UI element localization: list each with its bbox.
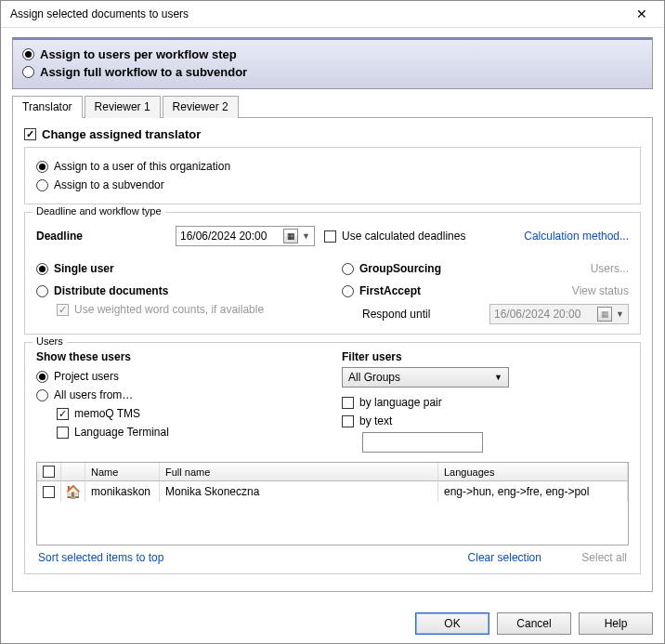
memoq-tms-label: memoQ TMS (74, 407, 140, 420)
tab-reviewer2[interactable]: Reviewer 2 (163, 96, 239, 118)
mode-full-subvendor-option[interactable]: Assign full workflow to a subvendor (22, 63, 643, 81)
group-sourcing-option[interactable]: GroupSourcing (342, 259, 441, 278)
deadline-value: 16/06/2024 20:00 (180, 230, 280, 243)
calculation-method-link[interactable]: Calculation method... (524, 230, 629, 243)
header-name[interactable]: Name (85, 463, 160, 480)
all-users-from-label: All users from… (54, 388, 133, 401)
users-filter-grid: Show these users Project users All users… (36, 350, 629, 453)
by-text-label: by text (359, 414, 392, 427)
sort-to-top-link[interactable]: Sort selected items to top (38, 551, 163, 564)
dialog-footer: OK Cancel Help (1, 603, 664, 644)
by-language-label: by language pair (359, 396, 442, 409)
change-translator-toggle[interactable]: Change assigned translator (24, 127, 641, 141)
radio-icon (36, 263, 48, 275)
single-user-label: Single user (54, 262, 114, 275)
distribute-documents-label: Distribute documents (54, 284, 168, 297)
project-users-option[interactable]: Project users (36, 367, 323, 386)
tab-reviewer1-label: Reviewer 1 (95, 100, 150, 113)
assign-subvendor-label: Assign to a subvendor (54, 178, 164, 191)
deadline-input[interactable]: 16/06/2024 20:00 ▦ ▼ (176, 226, 315, 246)
tab-reviewer2-label: Reviewer 2 (173, 100, 228, 113)
project-users-label: Project users (54, 370, 119, 383)
by-text-toggle[interactable]: by text (342, 412, 629, 430)
checkbox-icon (57, 408, 69, 420)
first-accept-option[interactable]: FirstAccept (342, 282, 421, 300)
checkbox-icon (342, 415, 354, 427)
window-title: Assign selected documents to users (10, 7, 623, 20)
chevron-down-icon: ▼ (302, 231, 310, 241)
users-link[interactable]: Users... (591, 262, 629, 275)
by-text-input[interactable] (362, 432, 483, 453)
change-translator-label: Change assigned translator (42, 127, 201, 141)
clear-selection-link[interactable]: Clear selection (468, 551, 541, 564)
close-button[interactable]: ✕ (623, 1, 660, 27)
ok-label: OK (444, 617, 460, 630)
select-all-link[interactable]: Select all (581, 551, 627, 564)
cell-full-name: Monika Skoneczna (160, 481, 438, 502)
cancel-button[interactable]: Cancel (497, 612, 571, 635)
help-button[interactable]: Help (579, 612, 653, 635)
close-icon: ✕ (636, 7, 647, 21)
group-sourcing-label: GroupSourcing (359, 262, 441, 275)
respond-until-row: Respond until 16/06/2024 20:00 ▦ ▼ (342, 304, 629, 324)
users-table: Name Full name Languages 🏠 monikaskon Mo… (36, 462, 629, 545)
by-language-toggle[interactable]: by language pair (342, 393, 629, 412)
checkbox-icon (43, 466, 55, 478)
deadline-label: Deadline (36, 230, 166, 243)
use-calculated-label: Use calculated deadlines (342, 230, 465, 243)
calendar-icon: ▦ (283, 229, 298, 243)
radio-icon (36, 285, 48, 297)
assign-target-panel: Assign to a user of this organization As… (24, 147, 641, 204)
chevron-down-icon: ▼ (494, 373, 502, 382)
respond-until-input: 16/06/2024 20:00 ▦ ▼ (489, 304, 629, 324)
header-checkbox-col[interactable] (37, 463, 61, 480)
language-terminal-toggle[interactable]: Language Terminal (36, 423, 323, 441)
memoq-tms-toggle[interactable]: memoQ TMS (36, 404, 323, 423)
radio-icon (36, 389, 48, 401)
assign-org-option[interactable]: Assign to a user of this organization (36, 157, 629, 176)
cell-languages: eng->hun, eng->fre, eng->pol (438, 481, 628, 502)
row-checkbox[interactable] (43, 486, 55, 498)
all-users-from-option[interactable]: All users from… (36, 386, 323, 404)
assignment-mode-panel: Assign to users per workflow step Assign… (12, 37, 653, 89)
assign-subvendor-option[interactable]: Assign to a subvendor (36, 176, 629, 194)
respond-until-value: 16/06/2024 20:00 (494, 308, 593, 321)
deadline-row: Deadline 16/06/2024 20:00 ▦ ▼ Use calcul… (36, 220, 629, 252)
radio-icon (36, 161, 48, 173)
tab-reviewer1[interactable]: Reviewer 1 (85, 96, 161, 118)
home-icon: 🏠 (65, 484, 81, 499)
weighted-counts-toggle: Use weighted word counts, if available (36, 300, 323, 319)
group-filter-select[interactable]: All Groups ▼ (342, 367, 509, 388)
tab-translator-label: Translator (22, 100, 72, 113)
radio-icon (36, 179, 48, 191)
dialog-window: Assign selected documents to users ✕ Ass… (0, 0, 665, 644)
checkbox-icon (324, 230, 336, 243)
single-user-option[interactable]: Single user (36, 259, 323, 278)
ok-button[interactable]: OK (415, 612, 489, 635)
distribution-grid: Single user GroupSourcing Users... Distr… (36, 252, 629, 324)
assign-org-label: Assign to a user of this organization (54, 160, 230, 173)
tab-translator[interactable]: Translator (12, 96, 83, 118)
users-fieldset: Users Show these users Project users All… (24, 342, 641, 574)
radio-icon (36, 371, 48, 383)
radio-icon (342, 285, 354, 297)
titlebar: Assign selected documents to users ✕ (1, 1, 664, 28)
table-row[interactable]: 🏠 monikaskon Monika Skoneczna eng->hun, … (37, 481, 628, 502)
radio-icon (22, 66, 34, 78)
weighted-counts-label: Use weighted word counts, if available (74, 303, 264, 316)
view-status-link[interactable]: View status (572, 284, 629, 297)
first-accept-label: FirstAccept (359, 284, 421, 297)
radio-icon (22, 48, 34, 60)
distribute-documents-option[interactable]: Distribute documents (36, 282, 323, 300)
mode-per-step-option[interactable]: Assign to users per workflow step (22, 46, 643, 63)
calendar-icon: ▦ (597, 307, 612, 322)
header-languages[interactable]: Languages (438, 463, 628, 480)
deadline-legend: Deadline and workflow type (33, 205, 165, 217)
tab-body: Change assigned translator Assign to a u… (12, 117, 653, 592)
checkbox-icon (57, 427, 69, 439)
chevron-down-icon: ▼ (616, 309, 624, 319)
use-calculated-toggle[interactable]: Use calculated deadlines (324, 227, 465, 245)
checkbox-icon (57, 304, 69, 316)
header-full-name[interactable]: Full name (160, 463, 438, 480)
show-users-head: Show these users (36, 350, 323, 363)
